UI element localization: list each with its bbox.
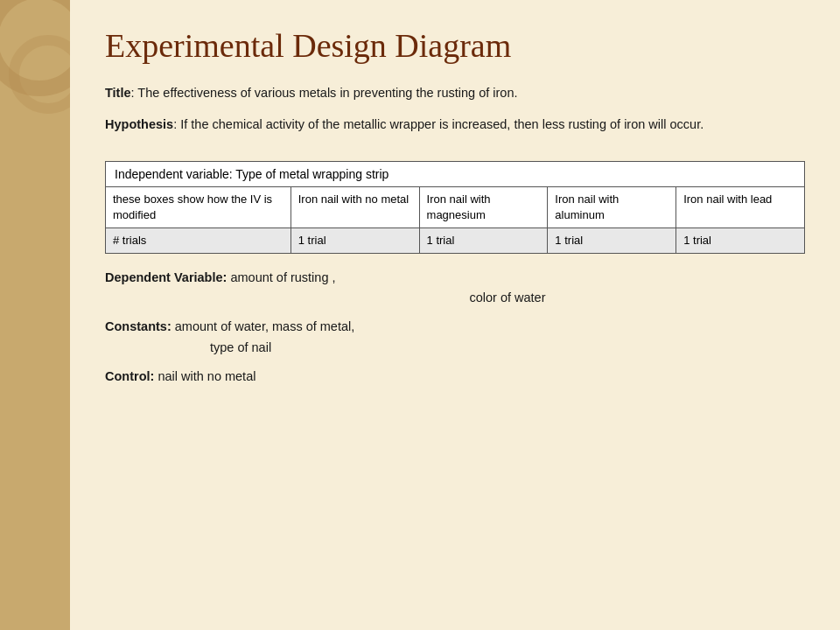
hypothesis-label: Hypothesis <box>105 117 173 131</box>
control-text: nail with no metal <box>158 369 256 383</box>
row2-col3: 1 trial <box>420 228 549 253</box>
dependent-text: amount of rusting , <box>230 270 335 284</box>
constants-section: Constants: amount of water, mass of meta… <box>105 317 805 357</box>
page-title: Experimental Design Diagram <box>105 26 805 65</box>
constants-text: amount of water, mass of metal, <box>175 319 355 333</box>
row1-col2: Iron nail with no metal <box>291 187 420 228</box>
table-body: these boxes show how the IV is modified … <box>106 187 804 254</box>
iv-header: Independent variable: Type of metal wrap… <box>106 162 804 187</box>
control-section: Control: nail with no metal <box>105 367 805 387</box>
table-row-2: # trials 1 trial 1 trial 1 trial 1 trial <box>106 228 804 253</box>
content-area: Experimental Design Diagram Title: The e… <box>70 0 840 630</box>
dependent-text2: color of water <box>210 288 805 308</box>
title-label: Title <box>105 86 131 100</box>
row1-col4: Iron nail with aluminum <box>548 187 676 228</box>
row2-col2: 1 trial <box>291 228 420 253</box>
hypothesis-section: Hypothesis: If the chemical activity of … <box>105 116 805 135</box>
diagram-table: Independent variable: Type of metal wrap… <box>105 161 805 255</box>
row2-col5: 1 trial <box>676 228 804 253</box>
row1-col3: Iron nail with magnesium <box>420 187 549 228</box>
hypothesis-text: : If the chemical activity of the metall… <box>173 117 704 131</box>
row1-col5: Iron nail with lead <box>676 187 804 228</box>
dependent-label: Dependent Variable: <box>105 270 227 284</box>
row2-col1: # trials <box>106 228 291 253</box>
control-label: Control: <box>105 369 154 383</box>
row2-col4: 1 trial <box>548 228 676 253</box>
title-section: Title: The effectiveness of various meta… <box>105 84 805 103</box>
row1-col1: these boxes show how the IV is modified <box>106 187 291 228</box>
dependent-section: Dependent Variable: amount of rusting , … <box>105 268 805 308</box>
table-row-1: these boxes show how the IV is modified … <box>106 187 804 228</box>
title-text: : The effectiveness of various metals in… <box>131 86 518 100</box>
constants-text2: type of nail <box>210 338 805 358</box>
constants-label: Constants: <box>105 319 172 333</box>
